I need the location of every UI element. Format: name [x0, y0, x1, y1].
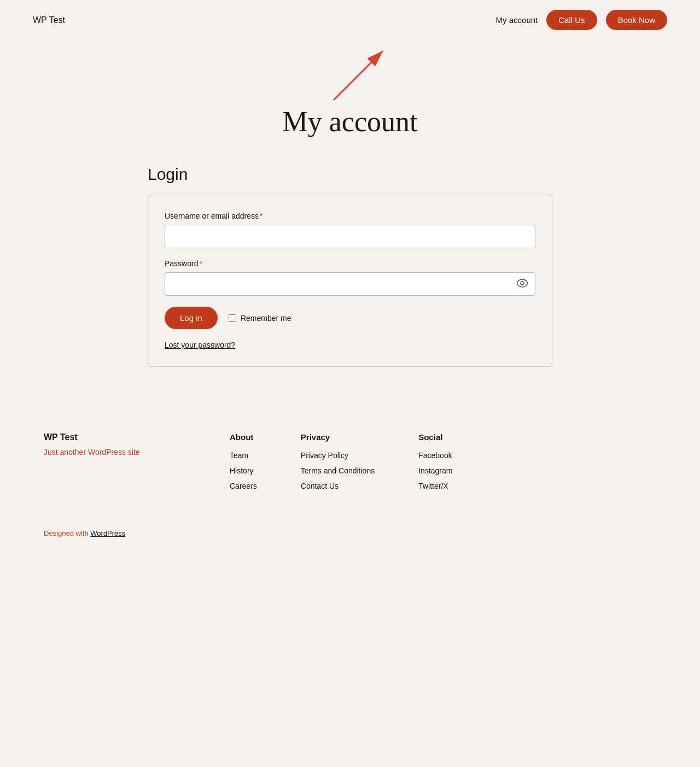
footer-brand-name: WP Test [44, 432, 230, 442]
wordpress-link[interactable]: WordPress [90, 529, 125, 537]
password-label: Password* [165, 259, 535, 268]
instagram-link[interactable]: Instagram [418, 466, 452, 475]
site-footer: WP Test Just another WordPress site Abou… [0, 400, 700, 559]
footer-bottom: Designed with WordPress [44, 529, 656, 537]
list-item: Contact Us [301, 481, 375, 491]
svg-line-1 [334, 51, 383, 100]
site-header: WP Test My account Call Us Book Now [0, 0, 700, 40]
login-form-box: Username or email address* Password* [148, 195, 552, 367]
contact-us-link[interactable]: Contact Us [301, 482, 339, 490]
lost-password-link[interactable]: Lost your password? [165, 341, 235, 349]
terms-conditions-link[interactable]: Terms and Conditions [301, 466, 375, 475]
annotation-arrow-container [0, 40, 700, 106]
list-item: Privacy Policy [301, 450, 375, 460]
about-history-link[interactable]: History [230, 466, 254, 475]
password-wrapper [165, 272, 535, 296]
eye-icon [517, 279, 528, 288]
footer-top: WP Test Just another WordPress site Abou… [44, 432, 656, 496]
main-content: My account Login Username or email addre… [126, 106, 574, 367]
username-required-star: * [260, 212, 262, 220]
footer-about-list: Team History Careers [230, 450, 257, 491]
footer-about-heading: About [230, 432, 257, 442]
footer-brand: WP Test Just another WordPress site [44, 432, 230, 496]
designed-with-text: Designed with [44, 529, 89, 537]
site-logo: WP Test [33, 15, 65, 25]
footer-privacy-column: Privacy Privacy Policy Terms and Conditi… [301, 432, 375, 496]
page-title: My account [148, 106, 552, 138]
password-toggle-button[interactable] [517, 279, 528, 290]
call-us-button[interactable]: Call Us [546, 10, 597, 30]
username-input[interactable] [165, 225, 535, 248]
password-form-group: Password* [165, 259, 535, 296]
username-label: Username or email address* [165, 212, 535, 220]
remember-me-label[interactable]: Remember me [229, 314, 291, 323]
header-nav: My account Call Us Book Now [496, 10, 667, 30]
list-item: Team [230, 450, 257, 460]
list-item: Careers [230, 481, 257, 491]
footer-about-column: About Team History Careers [230, 432, 257, 496]
list-item: Twitter/X [418, 481, 452, 491]
password-required-star: * [199, 259, 202, 268]
list-item: History [230, 466, 257, 476]
footer-social-list: Facebook Instagram Twitter/X [418, 450, 452, 491]
login-section: Login Username or email address* Passwor… [148, 165, 552, 367]
about-team-link[interactable]: Team [230, 451, 248, 460]
book-now-button[interactable]: Book Now [606, 10, 667, 30]
my-account-link[interactable]: My account [496, 15, 538, 25]
login-button[interactable]: Log in [165, 307, 218, 329]
footer-tagline[interactable]: Just another WordPress site [44, 448, 230, 456]
remember-me-checkbox[interactable] [229, 314, 236, 322]
footer-social-column: Social Facebook Instagram Twitter/X [418, 432, 452, 496]
list-item: Terms and Conditions [301, 466, 375, 476]
svg-point-2 [521, 282, 524, 285]
facebook-link[interactable]: Facebook [418, 451, 452, 460]
list-item: Facebook [418, 450, 452, 460]
privacy-policy-link[interactable]: Privacy Policy [301, 451, 348, 460]
footer-privacy-heading: Privacy [301, 432, 375, 442]
footer-privacy-list: Privacy Policy Terms and Conditions Cont… [301, 450, 375, 491]
footer-columns: About Team History Careers Privacy Priva… [230, 432, 656, 496]
twitter-link[interactable]: Twitter/X [418, 482, 448, 490]
login-heading: Login [148, 165, 552, 184]
list-item: Instagram [418, 466, 452, 476]
form-actions: Log in Remember me [165, 307, 535, 329]
footer-social-heading: Social [418, 432, 452, 442]
annotation-arrow [290, 40, 410, 106]
password-input[interactable] [165, 272, 535, 296]
about-careers-link[interactable]: Careers [230, 482, 257, 490]
username-form-group: Username or email address* [165, 212, 535, 248]
